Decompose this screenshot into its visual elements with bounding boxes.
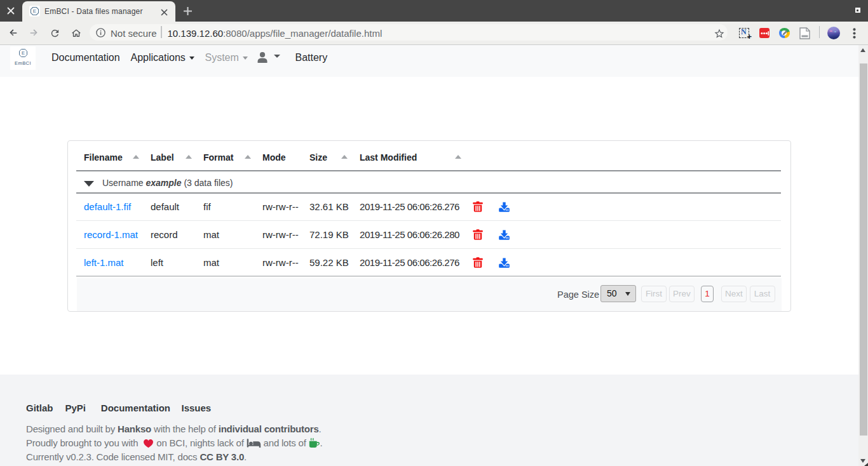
svg-text:E: E	[33, 8, 36, 14]
svg-text:E: E	[21, 50, 24, 56]
